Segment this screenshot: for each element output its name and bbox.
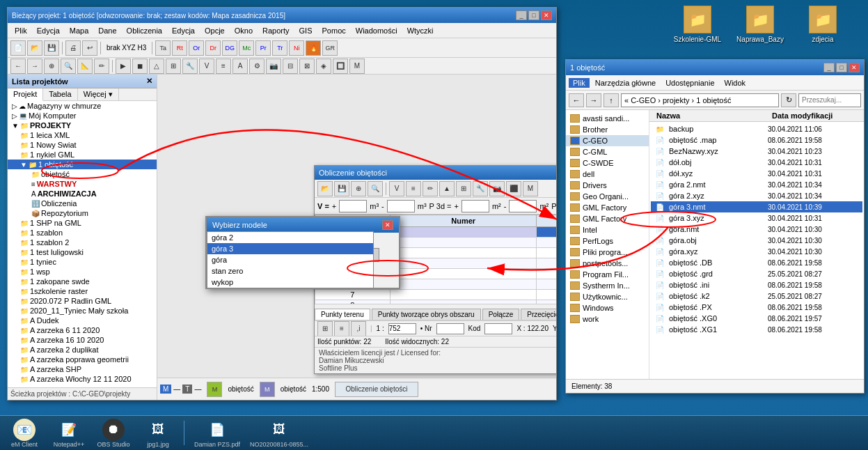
modal-dropdown-list: góra 2 góra 3 góra stan zero wykop [207,231,374,288]
modal-title-text: Wybierz modele [212,221,267,229]
modal-model-field: Model: ▼ góra 2 góra 3 góra stan zero wy… [212,238,393,262]
modal-wybierz-modele: Wybierz modele ✕ Model: ▼ góra 2 góra 3 … [205,216,400,289]
dropdown-item-gora3[interactable]: góra 3 [207,243,373,254]
modal-body: Model: ▼ góra 2 góra 3 góra stan zero wy… [207,233,399,288]
modal-title-bar: Wybierz modele ✕ [207,217,399,233]
dropdown-item-stanzero[interactable]: stan zero [207,265,373,277]
modal-close-btn[interactable]: ✕ [382,220,393,230]
dropdown-item-wykop[interactable]: wykop [207,277,373,288]
dropdown-item-gora2[interactable]: góra 2 [207,232,373,243]
dropdown-item-gora[interactable]: góra [207,254,373,265]
modal-overlay: Wybierz modele ✕ Model: ▼ góra 2 góra 3 … [0,0,868,450]
